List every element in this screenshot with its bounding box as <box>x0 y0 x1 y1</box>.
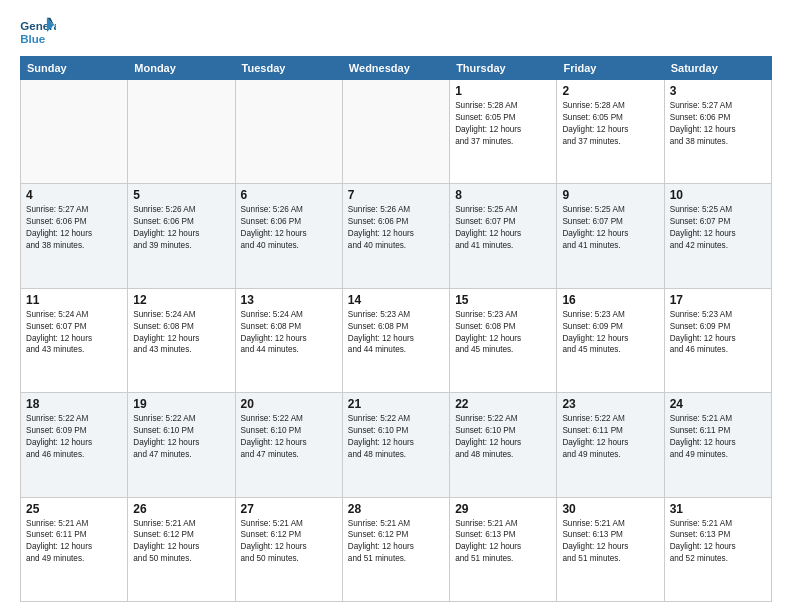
day-number: 1 <box>455 84 551 98</box>
day-info: Sunrise: 5:22 AM Sunset: 6:10 PM Dayligh… <box>241 413 337 461</box>
day-number: 26 <box>133 502 229 516</box>
day-info: Sunrise: 5:22 AM Sunset: 6:09 PM Dayligh… <box>26 413 122 461</box>
day-number: 12 <box>133 293 229 307</box>
calendar-cell: 9Sunrise: 5:25 AM Sunset: 6:07 PM Daylig… <box>557 184 664 288</box>
calendar-cell: 6Sunrise: 5:26 AM Sunset: 6:06 PM Daylig… <box>235 184 342 288</box>
calendar-cell: 3Sunrise: 5:27 AM Sunset: 6:06 PM Daylig… <box>664 80 771 184</box>
calendar-header-tuesday: Tuesday <box>235 57 342 80</box>
day-info: Sunrise: 5:24 AM Sunset: 6:08 PM Dayligh… <box>133 309 229 357</box>
calendar-cell: 13Sunrise: 5:24 AM Sunset: 6:08 PM Dayli… <box>235 288 342 392</box>
day-number: 25 <box>26 502 122 516</box>
calendar-cell: 15Sunrise: 5:23 AM Sunset: 6:08 PM Dayli… <box>450 288 557 392</box>
day-info: Sunrise: 5:24 AM Sunset: 6:08 PM Dayligh… <box>241 309 337 357</box>
day-info: Sunrise: 5:21 AM Sunset: 6:13 PM Dayligh… <box>455 518 551 566</box>
day-info: Sunrise: 5:22 AM Sunset: 6:11 PM Dayligh… <box>562 413 658 461</box>
calendar-cell <box>128 80 235 184</box>
calendar-header-monday: Monday <box>128 57 235 80</box>
day-info: Sunrise: 5:23 AM Sunset: 6:08 PM Dayligh… <box>455 309 551 357</box>
day-info: Sunrise: 5:25 AM Sunset: 6:07 PM Dayligh… <box>670 204 766 252</box>
calendar-cell <box>342 80 449 184</box>
calendar-cell: 28Sunrise: 5:21 AM Sunset: 6:12 PM Dayli… <box>342 497 449 601</box>
calendar: SundayMondayTuesdayWednesdayThursdayFrid… <box>20 56 772 602</box>
day-number: 27 <box>241 502 337 516</box>
calendar-cell: 14Sunrise: 5:23 AM Sunset: 6:08 PM Dayli… <box>342 288 449 392</box>
day-info: Sunrise: 5:24 AM Sunset: 6:07 PM Dayligh… <box>26 309 122 357</box>
calendar-week-row: 1Sunrise: 5:28 AM Sunset: 6:05 PM Daylig… <box>21 80 772 184</box>
calendar-week-row: 4Sunrise: 5:27 AM Sunset: 6:06 PM Daylig… <box>21 184 772 288</box>
day-number: 19 <box>133 397 229 411</box>
calendar-cell: 10Sunrise: 5:25 AM Sunset: 6:07 PM Dayli… <box>664 184 771 288</box>
calendar-cell: 4Sunrise: 5:27 AM Sunset: 6:06 PM Daylig… <box>21 184 128 288</box>
calendar-week-row: 11Sunrise: 5:24 AM Sunset: 6:07 PM Dayli… <box>21 288 772 392</box>
day-number: 7 <box>348 188 444 202</box>
calendar-cell: 25Sunrise: 5:21 AM Sunset: 6:11 PM Dayli… <box>21 497 128 601</box>
day-number: 8 <box>455 188 551 202</box>
calendar-cell: 2Sunrise: 5:28 AM Sunset: 6:05 PM Daylig… <box>557 80 664 184</box>
day-number: 11 <box>26 293 122 307</box>
calendar-cell <box>21 80 128 184</box>
day-number: 21 <box>348 397 444 411</box>
day-info: Sunrise: 5:27 AM Sunset: 6:06 PM Dayligh… <box>26 204 122 252</box>
calendar-header-wednesday: Wednesday <box>342 57 449 80</box>
calendar-cell: 30Sunrise: 5:21 AM Sunset: 6:13 PM Dayli… <box>557 497 664 601</box>
calendar-header-friday: Friday <box>557 57 664 80</box>
day-info: Sunrise: 5:26 AM Sunset: 6:06 PM Dayligh… <box>348 204 444 252</box>
day-number: 31 <box>670 502 766 516</box>
day-info: Sunrise: 5:21 AM Sunset: 6:13 PM Dayligh… <box>562 518 658 566</box>
day-info: Sunrise: 5:26 AM Sunset: 6:06 PM Dayligh… <box>241 204 337 252</box>
day-info: Sunrise: 5:21 AM Sunset: 6:13 PM Dayligh… <box>670 518 766 566</box>
calendar-header-saturday: Saturday <box>664 57 771 80</box>
calendar-cell: 22Sunrise: 5:22 AM Sunset: 6:10 PM Dayli… <box>450 393 557 497</box>
calendar-cell: 31Sunrise: 5:21 AM Sunset: 6:13 PM Dayli… <box>664 497 771 601</box>
calendar-header-sunday: Sunday <box>21 57 128 80</box>
day-info: Sunrise: 5:27 AM Sunset: 6:06 PM Dayligh… <box>670 100 766 148</box>
day-info: Sunrise: 5:22 AM Sunset: 6:10 PM Dayligh… <box>455 413 551 461</box>
header: General Blue <box>20 16 772 48</box>
calendar-cell: 24Sunrise: 5:21 AM Sunset: 6:11 PM Dayli… <box>664 393 771 497</box>
day-number: 4 <box>26 188 122 202</box>
day-info: Sunrise: 5:21 AM Sunset: 6:12 PM Dayligh… <box>348 518 444 566</box>
calendar-cell: 27Sunrise: 5:21 AM Sunset: 6:12 PM Dayli… <box>235 497 342 601</box>
calendar-cell: 12Sunrise: 5:24 AM Sunset: 6:08 PM Dayli… <box>128 288 235 392</box>
calendar-cell: 20Sunrise: 5:22 AM Sunset: 6:10 PM Dayli… <box>235 393 342 497</box>
day-number: 28 <box>348 502 444 516</box>
day-number: 15 <box>455 293 551 307</box>
day-number: 13 <box>241 293 337 307</box>
day-info: Sunrise: 5:22 AM Sunset: 6:10 PM Dayligh… <box>348 413 444 461</box>
day-number: 9 <box>562 188 658 202</box>
day-number: 2 <box>562 84 658 98</box>
day-info: Sunrise: 5:21 AM Sunset: 6:11 PM Dayligh… <box>670 413 766 461</box>
day-number: 3 <box>670 84 766 98</box>
day-number: 16 <box>562 293 658 307</box>
day-number: 30 <box>562 502 658 516</box>
day-number: 10 <box>670 188 766 202</box>
calendar-cell: 5Sunrise: 5:26 AM Sunset: 6:06 PM Daylig… <box>128 184 235 288</box>
day-info: Sunrise: 5:28 AM Sunset: 6:05 PM Dayligh… <box>562 100 658 148</box>
day-info: Sunrise: 5:21 AM Sunset: 6:12 PM Dayligh… <box>133 518 229 566</box>
day-info: Sunrise: 5:26 AM Sunset: 6:06 PM Dayligh… <box>133 204 229 252</box>
page: General Blue SundayMondayTuesdayWednesda… <box>0 0 792 612</box>
calendar-header-thursday: Thursday <box>450 57 557 80</box>
calendar-week-row: 25Sunrise: 5:21 AM Sunset: 6:11 PM Dayli… <box>21 497 772 601</box>
day-number: 20 <box>241 397 337 411</box>
day-number: 6 <box>241 188 337 202</box>
day-number: 23 <box>562 397 658 411</box>
day-number: 5 <box>133 188 229 202</box>
day-number: 18 <box>26 397 122 411</box>
calendar-cell: 1Sunrise: 5:28 AM Sunset: 6:05 PM Daylig… <box>450 80 557 184</box>
calendar-cell: 18Sunrise: 5:22 AM Sunset: 6:09 PM Dayli… <box>21 393 128 497</box>
logo-icon: General Blue <box>20 16 56 48</box>
day-info: Sunrise: 5:25 AM Sunset: 6:07 PM Dayligh… <box>562 204 658 252</box>
day-info: Sunrise: 5:23 AM Sunset: 6:08 PM Dayligh… <box>348 309 444 357</box>
calendar-week-row: 18Sunrise: 5:22 AM Sunset: 6:09 PM Dayli… <box>21 393 772 497</box>
day-info: Sunrise: 5:22 AM Sunset: 6:10 PM Dayligh… <box>133 413 229 461</box>
calendar-cell <box>235 80 342 184</box>
day-number: 24 <box>670 397 766 411</box>
svg-text:Blue: Blue <box>20 33 46 45</box>
day-info: Sunrise: 5:21 AM Sunset: 6:11 PM Dayligh… <box>26 518 122 566</box>
day-info: Sunrise: 5:28 AM Sunset: 6:05 PM Dayligh… <box>455 100 551 148</box>
day-info: Sunrise: 5:23 AM Sunset: 6:09 PM Dayligh… <box>562 309 658 357</box>
day-number: 14 <box>348 293 444 307</box>
day-info: Sunrise: 5:23 AM Sunset: 6:09 PM Dayligh… <box>670 309 766 357</box>
day-number: 29 <box>455 502 551 516</box>
